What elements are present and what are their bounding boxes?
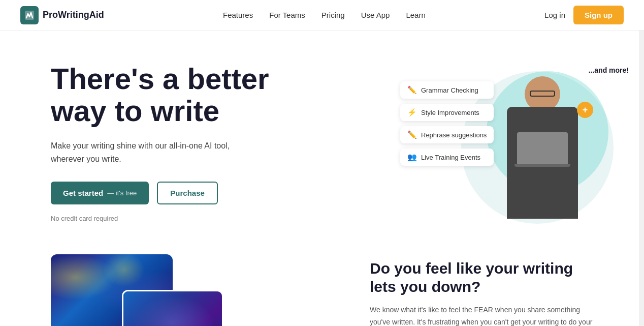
signup-button[interactable]: Sign up xyxy=(573,6,624,24)
plus-badge: + xyxy=(577,102,593,118)
hero-title-line1: There's a better xyxy=(51,62,269,95)
and-more-text: ...and more! xyxy=(589,66,629,74)
nav-learn[interactable]: Learn xyxy=(406,11,425,19)
feature-card-rephrase: ✏️ Rephrase suggestions xyxy=(400,126,494,143)
second-section-body: We know what it's like to feel the FEAR … xyxy=(370,304,593,326)
training-icon: 👥 xyxy=(407,153,417,162)
feature-card-rephrase-label: Rephrase suggestions xyxy=(421,131,487,139)
free-tag: — it's free xyxy=(107,189,137,197)
second-section: My idea in my head Do you feel like your… xyxy=(0,244,644,326)
nav-links: Features For Teams Pricing Use App Learn xyxy=(223,11,426,20)
nav-pricing[interactable]: Pricing xyxy=(321,11,345,19)
navbar-right: Log in Sign up xyxy=(544,6,624,24)
hero-section: There's a better way to write Make your … xyxy=(0,31,644,244)
second-left: My idea in my head xyxy=(51,254,264,326)
hero-right: ✏️ Grammar Checking ⚡ Style Improvements… xyxy=(410,61,624,224)
feature-cards: ✏️ Grammar Checking ⚡ Style Improvements… xyxy=(400,81,494,166)
navbar: ProWritingAid Features For Teams Pricing… xyxy=(0,0,644,31)
hero-title-line2: way to write xyxy=(51,94,219,127)
hero-title: There's a better way to write xyxy=(51,63,269,128)
feature-card-style-label: Style Improvements xyxy=(421,109,479,116)
hero-buttons: Get started — it's free Purchase xyxy=(51,182,269,204)
logo-icon xyxy=(20,6,39,24)
image-stack: My idea in my head xyxy=(51,254,223,326)
person-glasses xyxy=(530,91,555,97)
nav-features[interactable]: Features xyxy=(223,11,253,19)
feature-card-grammar-label: Grammar Checking xyxy=(421,86,478,94)
rephrase-icon: ✏️ xyxy=(407,130,417,139)
abstract-blue-bg xyxy=(123,291,222,326)
grammar-icon: ✏️ xyxy=(407,85,417,95)
person-shape xyxy=(497,76,588,219)
hero-left: There's a better way to write Make your … xyxy=(51,63,269,223)
feature-card-training-label: Live Training Events xyxy=(421,154,480,161)
get-started-label: Get started xyxy=(63,189,103,197)
hero-illustration xyxy=(476,61,608,219)
scrollbar-track[interactable] xyxy=(639,0,644,326)
laptop xyxy=(517,132,568,165)
no-credit-text: No credit card required xyxy=(51,215,269,222)
nav-use-app[interactable]: Use App xyxy=(361,11,390,19)
second-section-title: Do you feel like your writing lets you d… xyxy=(370,259,593,296)
logo-link[interactable]: ProWritingAid xyxy=(20,6,104,24)
feature-card-training: 👥 Live Training Events xyxy=(400,149,494,166)
feature-card-style: ⚡ Style Improvements xyxy=(400,104,494,121)
abstract-image xyxy=(122,290,223,326)
purchase-button[interactable]: Purchase xyxy=(157,182,218,204)
feature-card-grammar: ✏️ Grammar Checking xyxy=(400,81,494,99)
get-started-button[interactable]: Get started — it's free xyxy=(51,182,149,204)
login-button[interactable]: Log in xyxy=(544,11,565,19)
style-icon: ⚡ xyxy=(407,108,417,117)
second-right: Do you feel like your writing lets you d… xyxy=(370,254,593,326)
laptop-base xyxy=(514,164,570,167)
logo-text: ProWritingAid xyxy=(43,10,104,20)
nav-for-teams[interactable]: For Teams xyxy=(269,11,305,19)
hero-subtitle: Make your writing shine with our all-in-… xyxy=(51,139,244,165)
